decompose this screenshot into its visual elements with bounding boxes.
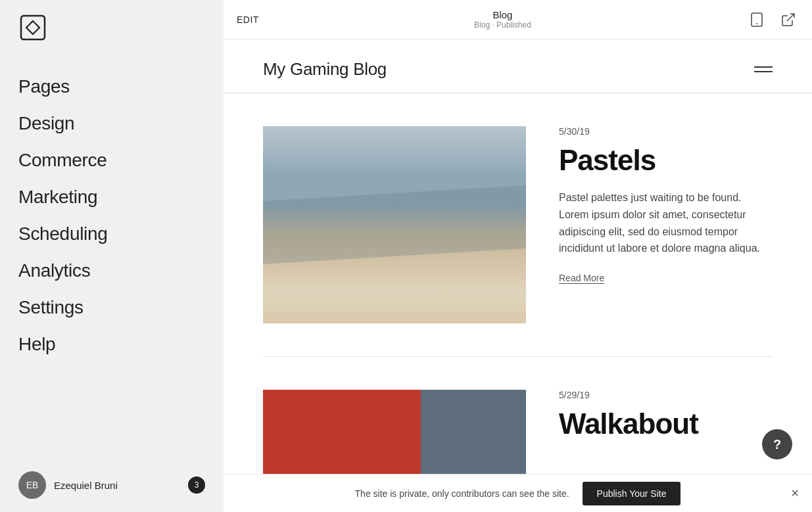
post-1-read-more[interactable]: Read More [559, 273, 773, 283]
post-2-date: 5/29/19 [559, 390, 773, 400]
sidebar-item-marketing[interactable]: Marketing [0, 179, 224, 216]
blog-posts: 5/30/19 Pastels Pastel palettes just wai… [224, 93, 812, 474]
close-banner-button[interactable]: × [791, 486, 799, 501]
banner-text: The site is private, only contributors c… [355, 488, 569, 499]
post-1-title: Pastels [559, 145, 773, 176]
main-area: EDIT Blog Blog · Published [224, 0, 812, 512]
page-subtitle: Blog · Published [474, 20, 531, 30]
help-button[interactable]: ? [762, 429, 792, 459]
svg-line-3 [787, 14, 794, 21]
post-1-date: 5/30/19 [559, 126, 773, 137]
post-2-image [263, 390, 526, 474]
sidebar-item-analytics[interactable]: Analytics [0, 252, 224, 289]
sidebar-item-scheduling[interactable]: Scheduling [0, 216, 224, 252]
pastels-image [263, 126, 526, 323]
user-info[interactable]: EB Ezequiel Bruni [18, 471, 118, 499]
publish-button[interactable]: Publish Your Site [583, 482, 681, 505]
device-toggle-icon[interactable] [746, 9, 767, 30]
topbar: EDIT Blog Blog · Published [224, 0, 812, 39]
blog-header: My Gaming Blog [224, 39, 812, 93]
hamburger-line-1 [754, 66, 773, 68]
notification-badge[interactable]: 3 [188, 477, 205, 494]
brick-image [263, 390, 526, 474]
blog-post-2: 5/29/19 Walkabout [263, 357, 773, 474]
edit-button[interactable]: EDIT [237, 14, 259, 25]
svg-rect-0 [21, 16, 45, 39]
post-1-excerpt: Pastel palettes just waiting to be found… [559, 189, 773, 256]
sidebar-nav: Pages Design Commerce Marketing Scheduli… [0, 55, 224, 458]
sidebar-item-pages[interactable]: Pages [0, 68, 224, 105]
post-1-image [263, 126, 526, 323]
post-2-content: 5/29/19 Walkabout [559, 390, 773, 474]
page-title: Blog [474, 9, 531, 20]
external-link-icon[interactable] [778, 9, 799, 30]
window-part [421, 390, 526, 474]
logo-area [0, 0, 224, 55]
avatar: EB [18, 471, 46, 499]
sidebar-item-help[interactable]: Help [0, 326, 224, 363]
sidebar-item-commerce[interactable]: Commerce [0, 142, 224, 179]
sidebar-item-settings[interactable]: Settings [0, 289, 224, 326]
hamburger-line-2 [754, 71, 773, 72]
squarespace-logo-icon [18, 13, 47, 42]
topbar-center: Blog Blog · Published [474, 9, 531, 30]
bottom-banner: The site is private, only contributors c… [224, 474, 812, 512]
svg-point-2 [756, 23, 757, 24]
user-name: Ezequiel Bruni [54, 480, 118, 491]
topbar-actions [746, 9, 799, 30]
sidebar: Pages Design Commerce Marketing Scheduli… [0, 0, 224, 512]
post-2-title: Walkabout [559, 408, 773, 440]
blog-post-1: 5/30/19 Pastels Pastel palettes just wai… [263, 93, 773, 357]
hamburger-menu-icon[interactable] [754, 66, 773, 72]
sidebar-item-design[interactable]: Design [0, 105, 224, 142]
blog-site-title: My Gaming Blog [263, 59, 387, 80]
post-1-content: 5/30/19 Pastels Pastel palettes just wai… [559, 126, 773, 323]
preview-pane[interactable]: My Gaming Blog 5/30/19 Pastels Pastel [224, 39, 812, 474]
sidebar-footer: EB Ezequiel Bruni 3 [0, 458, 224, 512]
